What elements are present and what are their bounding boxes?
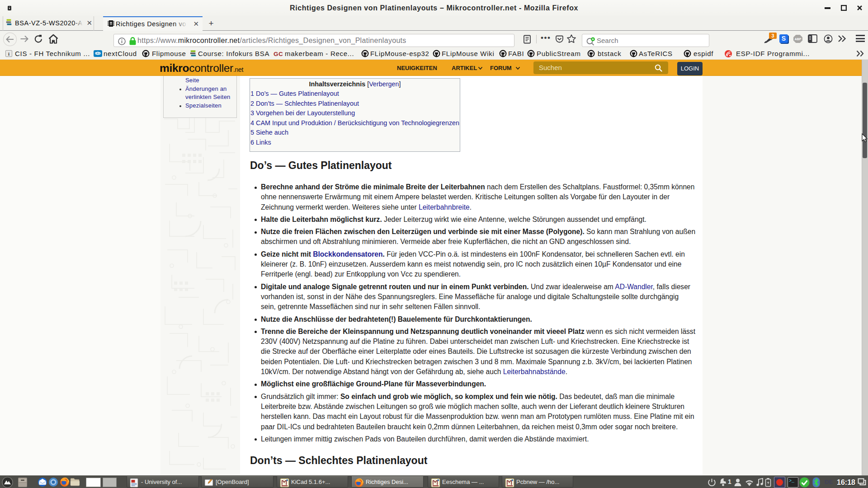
svg-text:ABP: ABP — [795, 38, 802, 41]
